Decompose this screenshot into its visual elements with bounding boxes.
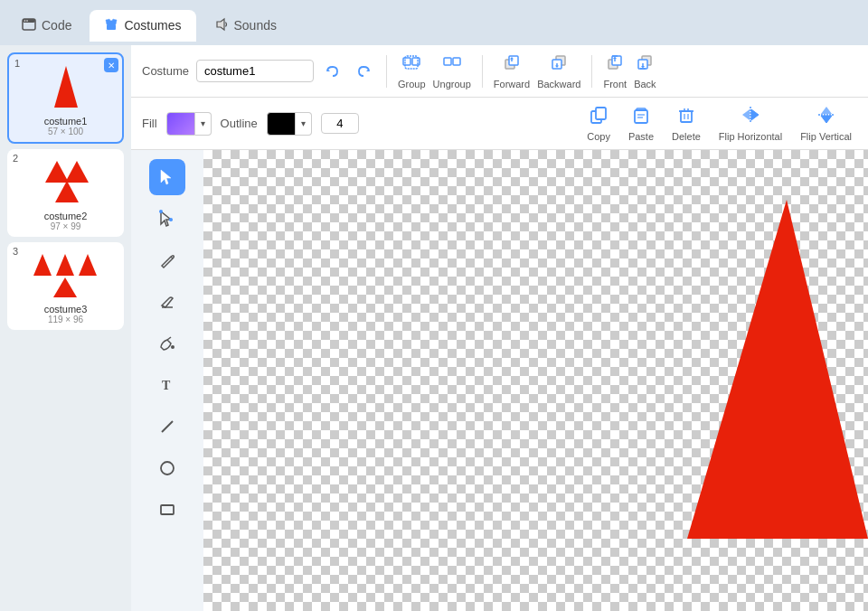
flip-v-icon (816, 105, 836, 129)
svg-point-2 (24, 20, 26, 22)
back-button[interactable]: Back (634, 52, 656, 89)
ungroup-icon (442, 52, 462, 77)
costume-delete-1[interactable]: ✕ (104, 58, 118, 72)
svg-marker-7 (45, 161, 69, 183)
svg-rect-4 (107, 24, 116, 30)
svg-rect-17 (412, 58, 420, 65)
costume-number-2: 2 (13, 153, 18, 164)
costume-item-2[interactable]: 2 costume2 97 × 99 (7, 149, 124, 237)
separator-2 (482, 55, 483, 88)
outline-swatch[interactable] (267, 112, 296, 136)
outline-size-input[interactable] (321, 113, 359, 134)
forward-button[interactable]: Forward (494, 52, 530, 89)
redo-button[interactable] (352, 60, 375, 83)
editor-area: Costume (131, 45, 868, 611)
svg-marker-10 (33, 254, 52, 276)
svg-point-65 (161, 462, 174, 475)
costume-item-1[interactable]: 1 ✕ costume1 57 × 100 (7, 52, 124, 144)
fill-dropdown[interactable]: ▾ (195, 112, 212, 136)
paste-button[interactable]: Paste (623, 103, 659, 144)
forward-icon (502, 52, 522, 77)
svg-line-62 (167, 337, 171, 340)
fill-tool[interactable] (149, 325, 185, 362)
svg-marker-6 (54, 66, 78, 108)
circle-tool[interactable] (149, 450, 185, 486)
svg-rect-16 (403, 58, 410, 65)
svg-point-61 (171, 345, 175, 349)
outline-color-picker[interactable]: ▾ (267, 112, 312, 136)
canvas-triangle[interactable] (687, 200, 868, 539)
fill-swatch[interactable] (166, 112, 195, 136)
delete-button[interactable]: Delete (666, 103, 706, 144)
flip-h-icon (741, 105, 760, 129)
svg-rect-43 (635, 110, 647, 123)
drawing-canvas[interactable] (203, 150, 868, 611)
separator-1 (386, 55, 387, 88)
costume-preview-3 (30, 248, 102, 302)
paste-icon (631, 105, 651, 129)
copy-button[interactable]: Copy (581, 103, 616, 144)
copy-icon (589, 105, 609, 129)
front-icon (605, 52, 625, 77)
copy-paste-group: Copy Paste (581, 103, 857, 144)
undo-button[interactable] (321, 60, 344, 83)
line-tool[interactable] (149, 409, 185, 445)
main-layout: 1 ✕ costume1 57 × 100 2 costume2 97 × 99 (0, 45, 868, 611)
costume-number-3: 3 (13, 246, 18, 257)
flip-v-button[interactable]: Flip Vertical (795, 103, 857, 144)
costume-size-3: 119 × 96 (48, 315, 83, 324)
costume-name-input[interactable] (196, 60, 314, 82)
outline-dropdown[interactable]: ▾ (296, 112, 312, 136)
delete-label: Delete (672, 131, 701, 142)
costume-name-3: costume3 (44, 304, 88, 315)
costume-size-1: 57 × 100 (48, 127, 83, 136)
svg-rect-46 (681, 111, 692, 122)
reshape-tool[interactable] (149, 201, 185, 237)
costume-number-1: 1 (14, 58, 20, 69)
costume-item-3[interactable]: 3 costume3 119 × 96 (7, 242, 124, 330)
svg-marker-8 (65, 161, 89, 183)
separator-3 (591, 55, 592, 88)
tool-panel: T (131, 150, 203, 611)
svg-marker-55 (821, 116, 832, 123)
costumes-icon (104, 17, 118, 34)
flip-h-label: Flip Horizontal (719, 131, 782, 142)
rect-tool[interactable] (149, 492, 185, 528)
tab-sounds[interactable]: Sounds (200, 10, 291, 42)
svg-point-3 (26, 20, 28, 22)
svg-line-64 (162, 421, 173, 432)
costume-label: Costume (142, 64, 189, 78)
tab-costumes[interactable]: Costumes (90, 10, 195, 42)
group-button[interactable]: Group (398, 52, 426, 89)
sounds-icon (214, 17, 229, 34)
tab-sounds-label: Sounds (234, 18, 277, 33)
fill-color-picker[interactable]: ▾ (166, 112, 212, 136)
backward-label: Backward (537, 79, 580, 89)
fill-label: Fill (142, 117, 157, 130)
svg-rect-30 (612, 56, 621, 65)
toolbar-top: Costume (131, 45, 868, 98)
toolbar-bottom: Fill ▾ Outline ▾ (131, 98, 868, 150)
select-tool[interactable] (149, 159, 185, 195)
text-tool[interactable]: T (149, 367, 185, 403)
group-label: Group (398, 79, 426, 89)
backward-button[interactable]: Backward (537, 52, 580, 89)
pencil-tool[interactable] (149, 242, 185, 278)
costume-size-2: 97 × 99 (51, 221, 81, 231)
outline-label: Outline (221, 117, 258, 130)
svg-marker-52 (751, 109, 759, 120)
front-button[interactable]: Front (603, 52, 627, 89)
forward-label: Forward (494, 79, 530, 89)
svg-rect-19 (444, 58, 451, 65)
ungroup-label: Ungroup (433, 79, 471, 89)
costume-name-1: costume1 (44, 116, 88, 127)
tab-costumes-label: Costumes (124, 18, 181, 33)
tab-code-label: Code (42, 18, 71, 33)
erase-tool[interactable] (149, 284, 185, 320)
tab-code[interactable]: Code (7, 10, 86, 42)
flip-h-button[interactable]: Flip Horizontal (713, 103, 788, 144)
code-icon (22, 17, 36, 34)
ungroup-button[interactable]: Ungroup (433, 52, 471, 89)
copy-label: Copy (587, 131, 610, 142)
costume-list: 1 ✕ costume1 57 × 100 2 costume2 97 × 99 (0, 45, 131, 611)
